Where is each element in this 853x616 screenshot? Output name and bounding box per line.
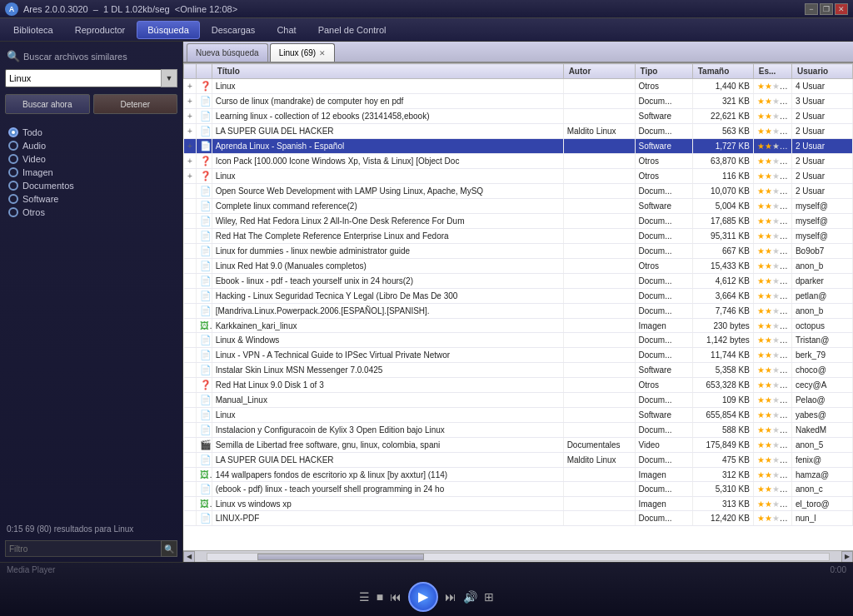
col-header-expand[interactable] — [184, 64, 197, 79]
volume-button[interactable]: 🔊 — [463, 590, 477, 604]
table-row[interactable]: 📄 (ebook - pdf) linux - teach yourself s… — [184, 482, 853, 497]
table-row[interactable]: + ❓ Linux Otros 116 KB ★★★★★ 2 Usuar — [184, 169, 853, 184]
table-row[interactable]: ❓ Red Hat Linux 9.0 Disk 1 of 3 Otros 65… — [184, 378, 853, 393]
table-row[interactable]: 📄 Linux Red Hat 9.0 (Manuales completos)… — [184, 259, 853, 274]
row-expand[interactable] — [184, 482, 197, 497]
close-button[interactable]: ✕ — [835, 3, 848, 15]
table-row[interactable]: + 📄 LA SUPER GUIA DEL HACKER Maldito Lin… — [184, 124, 853, 139]
filter-search-button[interactable]: 🔍 — [161, 540, 177, 557]
table-row[interactable]: 📄 Linux for dummies - linux newbie admin… — [184, 244, 853, 259]
row-expand[interactable]: + — [184, 79, 197, 94]
row-expand[interactable] — [184, 304, 197, 319]
filter-input[interactable] — [5, 540, 177, 557]
menu-descargas[interactable]: Descargas — [202, 22, 266, 38]
row-expand[interactable] — [184, 348, 197, 363]
table-row[interactable]: 📄 Linux & Windows Docum... 1,142 bytes ★… — [184, 333, 853, 348]
row-expand[interactable]: + — [184, 169, 197, 184]
tab-close-button[interactable]: ✕ — [319, 49, 326, 57]
menu-chat[interactable]: Chat — [267, 22, 306, 38]
next-button[interactable]: ⏭ — [445, 590, 456, 604]
row-expand[interactable]: + — [184, 109, 197, 124]
row-expand[interactable] — [184, 184, 197, 199]
row-expand[interactable] — [184, 453, 197, 468]
table-row[interactable]: 📄 Red Hat The Complete Reference Enterpr… — [184, 229, 853, 244]
row-expand[interactable] — [184, 259, 197, 274]
tab-linux69[interactable]: Linux (69) ✕ — [270, 43, 335, 62]
table-row[interactable]: 🖼 144 wallpapers fondos de escritorio xp… — [184, 468, 853, 482]
table-row[interactable]: 📄 LINUX-PDF Docum... 12,420 KB ★★★★★ nun… — [184, 511, 853, 526]
table-row[interactable]: + 📄 Curso de linux (mandrake) de compute… — [184, 94, 853, 109]
row-expand[interactable] — [184, 319, 197, 333]
table-row[interactable]: + ❓ Linux Otros 1,440 KB ★★★★★ 4 Usuar — [184, 79, 853, 94]
prev-button[interactable]: ⏮ — [390, 590, 402, 604]
row-expand[interactable] — [184, 423, 197, 438]
table-row[interactable]: 📄 Ebook - linux - pdf - teach yourself u… — [184, 274, 853, 289]
col-header-type[interactable]: Tipo — [635, 64, 692, 79]
tab-nueva-busqueda[interactable]: Nueva búsqueda — [187, 43, 268, 62]
menu-busqueda[interactable]: Búsqueda — [137, 21, 200, 39]
row-expand[interactable] — [184, 408, 197, 423]
row-expand[interactable] — [184, 199, 197, 214]
filter-audio[interactable]: Audio — [5, 139, 177, 152]
table-row[interactable]: 📄 Open Source Web Development with LAMP … — [184, 184, 853, 199]
stop-button[interactable]: Detener — [93, 94, 178, 114]
results-table-container[interactable]: Título Autor Tipo Tamaño Es... Usuario +… — [183, 63, 853, 550]
row-expand[interactable] — [184, 363, 197, 378]
table-row[interactable]: 🖼 Karkkainen_kari_linux Imagen 230 bytes… — [184, 319, 853, 333]
filter-video[interactable]: Video — [5, 152, 177, 166]
filter-otros[interactable]: Otros — [5, 206, 177, 219]
menu-reproductor[interactable]: Reproductor — [65, 22, 136, 38]
row-expand[interactable]: + — [184, 124, 197, 139]
row-expand[interactable] — [184, 244, 197, 259]
col-header-title[interactable]: Título — [212, 64, 563, 79]
menu-biblioteca[interactable]: Biblioteca — [3, 22, 63, 38]
play-button[interactable]: ▶ — [408, 582, 438, 612]
col-header-size[interactable]: Tamaño — [692, 64, 753, 79]
col-header-rating[interactable]: Es... — [753, 64, 791, 79]
col-header-icon[interactable] — [197, 64, 212, 79]
menu-panel[interactable]: Panel de Control — [308, 22, 397, 38]
row-expand[interactable]: + — [184, 139, 197, 154]
row-expand[interactable] — [184, 438, 197, 453]
table-row[interactable]: 📄 [Mandriva.Linux.Powerpack.2006.[ESPAÑO… — [184, 304, 853, 319]
row-expand[interactable] — [184, 497, 197, 511]
filter-imagen[interactable]: Imagen — [5, 166, 177, 179]
hscroll-thumb[interactable] — [257, 554, 424, 560]
search-now-button[interactable]: Buscar ahora — [5, 94, 90, 114]
row-expand[interactable] — [184, 511, 197, 526]
row-expand[interactable] — [184, 393, 197, 408]
table-row[interactable]: 📄 Instalacion y Configuracoin de Kylix 3… — [184, 423, 853, 438]
filter-documentos[interactable]: Documentos — [5, 179, 177, 192]
row-expand[interactable] — [184, 274, 197, 289]
table-row[interactable]: 🖼 Linux vs windows xp Imagen 313 KB ★★★★… — [184, 497, 853, 511]
table-row[interactable]: + ❓ Icon Pack [100.000 Icone Windows Xp,… — [184, 154, 853, 169]
row-expand[interactable] — [184, 229, 197, 244]
table-row[interactable]: 📄 Wiley, Red Hat Fedora Linux 2 All-In-O… — [184, 214, 853, 229]
row-expand[interactable]: + — [184, 154, 197, 169]
filter-software[interactable]: Software — [5, 192, 177, 206]
search-input[interactable] — [5, 69, 177, 87]
table-row[interactable]: 📄 Complete linux command reference(2) So… — [184, 199, 853, 214]
row-expand[interactable] — [184, 333, 197, 348]
row-expand[interactable] — [184, 378, 197, 393]
table-row[interactable]: 🎬 Semilla de Libertad free software, gnu… — [184, 438, 853, 453]
row-expand[interactable] — [184, 468, 197, 482]
playlist-button[interactable]: ☰ — [359, 590, 370, 604]
table-row[interactable]: 📄 Linux - VPN - A Technical Guide to IPS… — [184, 348, 853, 363]
filter-todo[interactable]: Todo — [5, 126, 177, 139]
col-header-author[interactable]: Autor — [563, 64, 635, 79]
search-dropdown-button[interactable]: ▼ — [161, 69, 177, 87]
restore-button[interactable]: ❐ — [820, 3, 833, 15]
table-row[interactable]: 📄 Instalar Skin Linux MSN Messenger 7.0.… — [184, 363, 853, 378]
horizontal-scrollbar[interactable]: ◀ ▶ — [183, 550, 853, 562]
row-expand[interactable] — [184, 289, 197, 304]
stop-button[interactable]: ■ — [377, 590, 383, 604]
hscroll-track[interactable] — [207, 553, 830, 561]
table-row[interactable]: 📄 Linux Software 655,854 KB ★★★★★ yabes@ — [184, 408, 853, 423]
table-row[interactable]: 📄 LA SUPER GUIA DEL HACKER Maldito Linux… — [184, 453, 853, 468]
row-expand[interactable]: + — [184, 94, 197, 109]
col-header-user[interactable]: Usuario — [791, 64, 852, 79]
table-row[interactable]: + 📄 Learning linux - collection of 12 eb… — [184, 109, 853, 124]
minimize-button[interactable]: − — [805, 3, 818, 15]
table-row[interactable]: 📄 Hacking - Linux Seguridad Tecnica Y Le… — [184, 289, 853, 304]
